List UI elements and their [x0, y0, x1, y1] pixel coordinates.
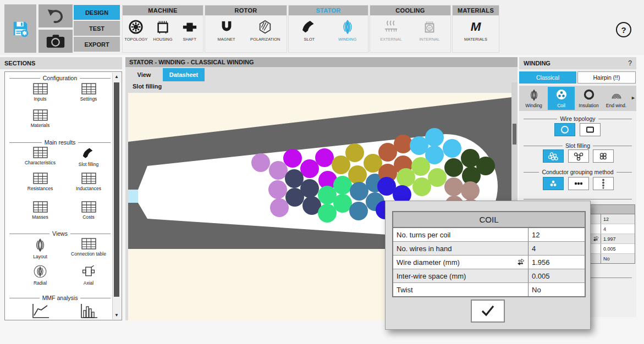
grouping-horizontal-button[interactable] [568, 177, 589, 190]
wire[interactable] [394, 135, 412, 153]
undo-button[interactable] [38, 4, 73, 27]
dialog-row-twist[interactable]: Twist No [393, 283, 585, 296]
group-stator-title: STATOR [289, 5, 368, 15]
camera-button[interactable] [38, 30, 73, 53]
sidebar-item-mmf-line-chart[interactable] [16, 303, 64, 320]
subtab-coil[interactable]: Coil [548, 87, 575, 110]
wire[interactable] [350, 182, 368, 201]
wire[interactable] [270, 198, 289, 217]
subtab-insulation[interactable]: Insulation [575, 87, 602, 110]
wire[interactable] [283, 149, 302, 168]
sidebar-item-settings[interactable]: Settings [64, 83, 113, 102]
wire[interactable] [315, 148, 334, 167]
winding-icon [340, 19, 355, 35]
end-winding-icon [610, 88, 623, 102]
sidebar-item-costs[interactable]: Costs [64, 201, 113, 220]
scroll-up-icon[interactable]: ▲ [113, 74, 120, 79]
tab-classical[interactable]: Classical [519, 71, 576, 84]
sidebar-item-connection-table[interactable]: Connection table [64, 238, 113, 257]
wire[interactable] [269, 161, 288, 180]
turns-value[interactable]: 12 [529, 231, 540, 239]
wire[interactable] [300, 159, 319, 178]
polarization-label: POLARIZATION [250, 37, 280, 42]
sidebar-item-materials[interactable]: Materials [16, 109, 64, 128]
internal-cooling-label: INTERNAL [419, 37, 439, 42]
wire[interactable] [251, 153, 270, 172]
wire[interactable] [285, 169, 304, 188]
ok-button[interactable] [471, 299, 505, 323]
sidebar-item-characteristics[interactable]: Characteristics [16, 147, 64, 165]
toolbar-item-topology[interactable]: TOPOLOGY [123, 19, 150, 42]
wire[interactable] [397, 168, 415, 187]
tab-view[interactable]: View [125, 68, 163, 81]
wire[interactable] [461, 181, 480, 200]
wire[interactable] [348, 165, 367, 184]
sidebar-item-radial[interactable]: Radial [16, 264, 64, 286]
tab-test[interactable]: TEST [74, 21, 120, 36]
wire[interactable] [332, 156, 350, 174]
sidebar-item-slot-filling[interactable]: Slot filling [64, 147, 113, 167]
polarization-icon [257, 19, 273, 35]
wire[interactable] [428, 168, 447, 187]
subtabs-overflow-arrow-icon[interactable]: ► [631, 95, 636, 101]
wire[interactable] [349, 202, 368, 220]
sidebar-scrollbar[interactable]: ▲ ▼ [112, 73, 121, 319]
undo-icon [46, 8, 65, 24]
wire[interactable] [411, 157, 430, 176]
toolbar-item-housing[interactable]: HOUSING [150, 19, 177, 42]
toolbar-item-slot[interactable]: SLOT [291, 19, 327, 42]
sidebar-scrollbar-thumb[interactable] [114, 82, 119, 297]
toolbar-item-polarization[interactable]: POLARIZATION [247, 19, 283, 42]
wire[interactable] [444, 177, 463, 196]
toolbar-item-shaft[interactable]: SHAFT [176, 19, 203, 42]
toolbar-item-materials[interactable]: M MATERIALS [458, 19, 493, 42]
wire[interactable] [333, 194, 352, 213]
main-scrollbar-thumb[interactable] [513, 124, 516, 145]
scroll-down-icon[interactable]: ▼ [113, 313, 120, 318]
save-button[interactable]: ✱ [4, 4, 36, 53]
help-button[interactable]: ? [616, 22, 631, 37]
panel-help-icon[interactable]: ? [628, 59, 632, 67]
wire[interactable] [444, 158, 463, 177]
subtab-end-winding[interactable]: End wind. [603, 87, 630, 110]
dialog-row-wires-in-hand[interactable]: No. wires in hand 4 [393, 242, 585, 256]
winding-subtabs: Winding Coil Insulation End wind. ► [519, 86, 636, 111]
wire[interactable] [425, 128, 444, 147]
grouping-bundle-button[interactable] [543, 177, 564, 190]
dialog-row-wire-diameter[interactable]: Wire diameter (mm) 1.956 [393, 256, 585, 269]
slot-fill-diagonal-button[interactable] [568, 149, 589, 163]
wire-topology-round-button[interactable] [554, 123, 575, 136]
tab-datasheet[interactable]: Datasheet [163, 68, 205, 81]
sidebar-item-resistances[interactable]: Resistances [16, 173, 64, 191]
wire[interactable] [318, 204, 337, 223]
wires-in-hand-value[interactable]: 4 [529, 245, 536, 253]
divider-configuration: Configuration [9, 75, 111, 81]
sidebar-item-axial[interactable]: Axial [64, 264, 113, 286]
wire-diameter-value[interactable]: 1.956 [529, 258, 550, 267]
slot-fill-random-button[interactable] [543, 149, 564, 163]
tab-design[interactable]: DESIGN [74, 5, 120, 20]
dialog-row-turns[interactable]: No. turns per coil 12 [393, 228, 585, 242]
toolbar-item-magnet[interactable]: MAGNET [209, 19, 244, 42]
inter-wire-space-value[interactable]: 0.005 [529, 272, 550, 280]
sidebar-item-inputs[interactable]: Inputs [16, 83, 64, 102]
sidebar-item-mmf-bar-chart[interactable] [64, 303, 113, 320]
twist-value[interactable]: No [529, 286, 541, 294]
wire[interactable] [476, 157, 495, 175]
subtab-winding[interactable]: Winding [520, 87, 547, 110]
sidebar-item-masses[interactable]: Masses [16, 201, 64, 220]
tab-export[interactable]: EXPORT [74, 37, 120, 52]
sidebar-item-inductances[interactable]: Inductances [64, 173, 113, 191]
tab-hairpin[interactable]: Hairpin (!!) [577, 71, 636, 84]
slot-fill-grid-button[interactable] [593, 149, 614, 163]
shaft-icon [182, 19, 197, 35]
grouping-vertical-button[interactable] [593, 177, 614, 190]
toolbar-item-winding[interactable]: WINDING [330, 19, 365, 42]
divider-views: Views [9, 230, 111, 237]
dialog-row-inter-wire-space[interactable]: Inter-wire space (mm) 0.005 [393, 269, 585, 283]
wire[interactable] [443, 139, 461, 158]
wire[interactable] [285, 188, 304, 207]
wire[interactable] [268, 180, 287, 199]
sidebar-item-layout[interactable]: Layout [16, 238, 64, 259]
wire-topology-rect-button[interactable] [580, 123, 601, 136]
